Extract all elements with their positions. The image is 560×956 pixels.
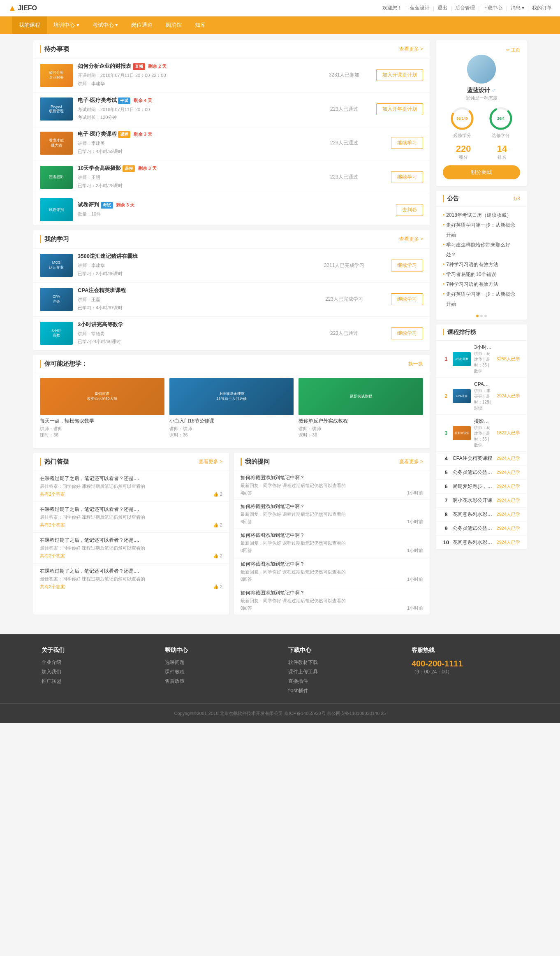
rank-count-6: 2924人已学 bbox=[497, 483, 520, 490]
top-nav-message[interactable]: 消息 ▾ bbox=[511, 5, 524, 12]
nav-knowledge[interactable]: 知库 bbox=[188, 16, 212, 34]
badge-live: 直播 bbox=[133, 63, 145, 70]
footer-download-link-3[interactable]: 直播插件 bbox=[288, 678, 395, 685]
top-nav-admin[interactable]: 后台管理 bbox=[455, 5, 475, 12]
todo-info-3: 电子·医疗类课程 课程 剩余 3 天 讲师：李建美 已学习：4小时/59课时 bbox=[78, 130, 315, 156]
study-teacher-2: 讲师：王磊 bbox=[78, 296, 315, 304]
recommend-teacher-1: 讲师：讲师 bbox=[40, 426, 164, 432]
logo-text: JIEFO bbox=[18, 5, 37, 12]
btn-score[interactable]: 积分商城 bbox=[443, 165, 520, 179]
recommend-teacher-3: 讲师：讲师 bbox=[299, 426, 423, 432]
ranking-item: 1 3小时高数 3小时讲完高等数学 讲师：马建华 | 课时：35 | 数学 32… bbox=[436, 341, 527, 378]
rank-name-2[interactable]: CPA注会精英课程 bbox=[474, 381, 493, 388]
recommend-thumb-3: 摄影实战教程 bbox=[299, 378, 423, 415]
my-q-sub-3: 最新回复：同学你好 课程过期后笔记仍然可以查看的 bbox=[241, 540, 423, 546]
todo-title-3: 电子·医疗类课程 课程 剩余 3 天 bbox=[78, 130, 315, 138]
rank-name-3[interactable]: 摄影师如何经营好工作室 bbox=[474, 418, 493, 425]
my-q-title-2: 如何将截图添加到笔记中啊？ bbox=[241, 503, 423, 510]
todo-count-4: 223人已通过 bbox=[319, 174, 369, 181]
notice-item[interactable]: 走好英语学习第一步：从新概念开始 bbox=[443, 220, 520, 240]
top-nav-welcome: 欢迎您！ bbox=[382, 5, 402, 12]
btn-join-2[interactable]: 加入开年提计划 bbox=[376, 103, 423, 115]
btn-study-continue-3[interactable]: 继续学习 bbox=[391, 327, 423, 339]
rank-count-4: 2924人已学 bbox=[497, 455, 520, 462]
nav-position[interactable]: 岗位通道 bbox=[125, 16, 159, 34]
footer-copyright: Copyright©2001-2018 北京杰佩软件技术开发有限公司 京ICP备… bbox=[174, 711, 386, 716]
notice-item[interactable]: 走好英语学习第一步：从新概念开始 bbox=[443, 289, 520, 309]
btn-view-5[interactable]: 去判卷 bbox=[396, 204, 423, 216]
footer-help-link-2[interactable]: 课件教程 bbox=[165, 668, 272, 675]
study-progress-1: 已学习：2小时/36课时 bbox=[78, 270, 315, 278]
recommend-thumb-2: 上班族基金理财16节新手入门必修 bbox=[169, 378, 294, 415]
top-nav-download[interactable]: 下载中心 bbox=[483, 5, 502, 12]
btn-continue-3[interactable]: 继续学习 bbox=[391, 137, 423, 149]
nav-exam[interactable]: 考试中心 ▾ bbox=[86, 16, 125, 34]
footer-download-link-2[interactable]: 课件上传工具 bbox=[288, 668, 395, 675]
notice-item[interactable]: 7种学习习语的有效方法 bbox=[443, 279, 520, 289]
recommend-course-title-1: 每天一点，轻松驾驭数学 bbox=[40, 418, 164, 425]
nav-my-course[interactable]: 我的课程 bbox=[12, 16, 47, 34]
footer-bottom: Copyright©2001-2018 北京杰佩软件技术开发有限公司 京ICP备… bbox=[0, 703, 560, 717]
footer-help-link-1[interactable]: 选课问题 bbox=[165, 659, 272, 666]
footer-about-link-2[interactable]: 加入我们 bbox=[42, 668, 148, 675]
study-item: MOS认证专业 3500逆汇速记猪讲在霸班 讲师：李建华 已学习：2小时/36课… bbox=[33, 248, 430, 283]
btn-study-continue-1[interactable]: 继续学习 bbox=[391, 260, 423, 271]
study-action-3: 继续学习 bbox=[374, 327, 423, 339]
notice-dot-3[interactable] bbox=[484, 315, 487, 317]
btn-join-1[interactable]: 加入开课提计划 bbox=[376, 69, 423, 81]
todo-item: Project项目管理 电子·医疗类考试 平试 剩余 4 天 考试时间：2018… bbox=[33, 93, 430, 127]
notice-item[interactable]: 学习建达样能给你带来那么好处？ bbox=[443, 240, 520, 260]
top-nav-logout[interactable]: 退出 bbox=[437, 5, 447, 12]
rank-name-7[interactable]: 啊小花水彩公开课 bbox=[453, 497, 493, 504]
notice-item[interactable]: 2018年考试日历（建议收藏） bbox=[443, 210, 520, 220]
notice-dot-2[interactable] bbox=[480, 315, 483, 317]
recommend-item-1: 赢销演讲改变命运的50大招 每天一点，轻松驾驭数学 讲师：讲师 课时：36 bbox=[40, 378, 164, 438]
elective-credit-val: 26/4 bbox=[497, 116, 504, 121]
rank-thumb-1: 3小时高数 bbox=[453, 352, 471, 366]
todo-title-2: 电子·医疗类考试 平试 剩余 4 天 bbox=[78, 97, 315, 104]
todo-more[interactable]: 查看更多 > bbox=[399, 46, 423, 53]
rank-meta-3: 讲师：马建华 | 课时：35 | 数学 bbox=[474, 425, 493, 448]
todo-count-3: 223人已通过 bbox=[319, 139, 369, 146]
top-nav-order[interactable]: 我的订单 bbox=[532, 5, 552, 12]
todo-meta-4: 讲师：王明 bbox=[78, 174, 315, 182]
todo-info-5: 试卷评判 考试 剩余 3 天 批量：10件 bbox=[78, 201, 315, 218]
recommend-refresh[interactable]: 换一换 bbox=[408, 360, 423, 367]
hot-qa-more[interactable]: 查看更多 > bbox=[199, 458, 222, 465]
footer-download-link-4[interactable]: flash插件 bbox=[288, 687, 395, 694]
nav-circle[interactable]: 圆消馆 bbox=[159, 16, 188, 34]
top-nav-username[interactable]: 蓝蓝设计 bbox=[410, 5, 430, 12]
rank-name-6[interactable]: 局期梦好跑步，跑出... bbox=[453, 483, 493, 490]
rank-name-4[interactable]: CPA注会精英课程 bbox=[453, 455, 493, 462]
footer-download-link-1[interactable]: 软件教材下载 bbox=[288, 659, 395, 666]
rank-name-5[interactable]: 公务员笔试公益讲座 bbox=[453, 469, 493, 476]
badge-exam: 平试 bbox=[118, 97, 130, 104]
footer-download: 下载中心 软件教材下载 课件上传工具 直播插件 flash插件 bbox=[288, 647, 395, 697]
footer-about-link-3[interactable]: 推广联盟 bbox=[42, 678, 148, 685]
rank-thumb-3: 摄影大讲堂 bbox=[453, 426, 471, 440]
recommend-title: 你可能还想学： bbox=[40, 360, 88, 368]
rank-name-9[interactable]: 公务员笔试公益讲座 bbox=[453, 525, 493, 532]
ranking-item: 9 公务员笔试公益讲座 2924人已学 bbox=[436, 522, 527, 536]
rank-name-10[interactable]: 花问意系列水彩公开课7.2 bbox=[453, 539, 493, 546]
my-question-header: 我的提问 查看更多 > bbox=[234, 453, 430, 471]
nav-training[interactable]: 培训中心 ▾ bbox=[47, 16, 86, 34]
study-thumb-1: MOS认证专业 bbox=[40, 254, 73, 277]
hot-qa-header: 热门答疑 查看更多 > bbox=[33, 453, 229, 471]
btn-continue-4[interactable]: 继续学习 bbox=[391, 171, 423, 183]
qa-q-meta-2: 共有2个答案 👍 2 bbox=[40, 522, 222, 528]
top-bar: ▲ JIEFO 欢迎您！ | 蓝蓝设计 | 退出 | 后台管理 | 下载中心 |… bbox=[0, 0, 560, 16]
profile-edit[interactable]: ✏ 主页 bbox=[506, 47, 520, 53]
todo-info-2: 电子·医疗类考试 平试 剩余 4 天 考试时间：2018年07月11日 20：0… bbox=[78, 97, 315, 122]
rank-name-8[interactable]: 花问意系列水彩公开课7.1 bbox=[453, 511, 493, 518]
study-title-3: 3小时讲完高等数学 bbox=[78, 321, 315, 328]
notice-dot-1[interactable] bbox=[476, 315, 479, 317]
rank-name-1[interactable]: 3小时讲完高等数学 bbox=[474, 344, 493, 351]
notice-item[interactable]: 7种学习习语的有效方法 bbox=[443, 260, 520, 269]
btn-study-continue-2[interactable]: 继续学习 bbox=[391, 293, 423, 305]
my-study-more[interactable]: 查看更多 > bbox=[399, 236, 423, 243]
my-question-more[interactable]: 查看更多 > bbox=[399, 458, 423, 465]
footer-help-link-3[interactable]: 售后政策 bbox=[165, 678, 272, 685]
notice-item[interactable]: 学习者易犯的10个错误 bbox=[443, 269, 520, 279]
footer-about-link-1[interactable]: 企业介绍 bbox=[42, 659, 148, 666]
